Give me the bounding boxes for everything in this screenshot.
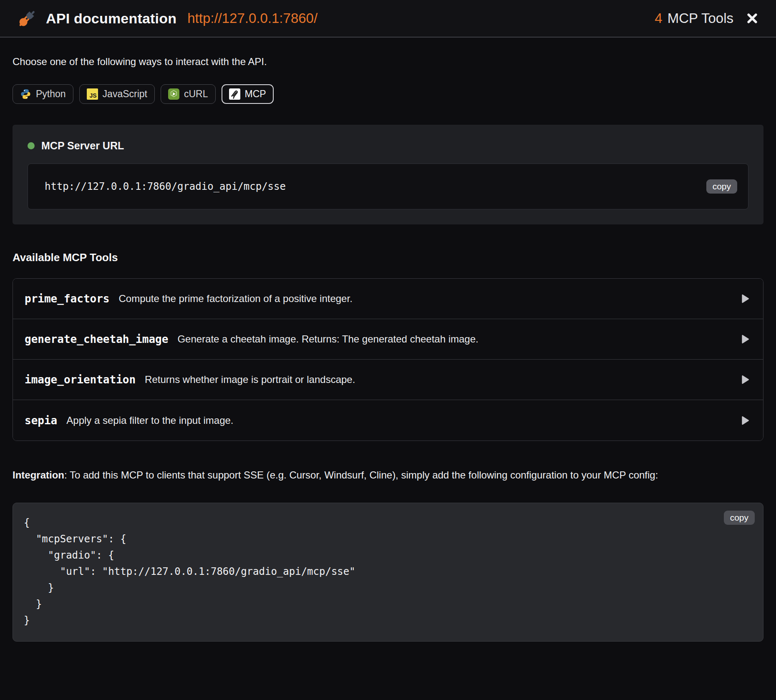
tools-table: prime_factors Compute the prime factoriz…: [13, 278, 763, 441]
server-url-value: http://127.0.0.1:7860/gradio_api/mcp/sse: [45, 181, 706, 192]
status-dot-icon: [28, 142, 35, 149]
copy-url-button[interactable]: copy: [706, 179, 737, 194]
copy-config-button[interactable]: copy: [724, 511, 755, 525]
server-url-label: MCP Server URL: [41, 140, 124, 152]
tools-count-label: MCP Tools: [668, 10, 733, 26]
header-left: API documentation http://127.0.0.1:7860/: [17, 8, 655, 29]
integration-note-text: : To add this MCP to clients that suppor…: [64, 469, 658, 481]
server-label-row: MCP Server URL: [28, 140, 748, 152]
server-url-box: http://127.0.0.1:7860/gradio_api/mcp/sse…: [28, 164, 748, 209]
tab-python-label: Python: [36, 88, 66, 100]
tool-description: Returns whether image is portrait or lan…: [145, 374, 738, 385]
run-tool-icon[interactable]: [738, 414, 751, 427]
tool-description: Compute the prime factorization of a pos…: [119, 293, 738, 305]
plug-icon: [17, 8, 38, 29]
language-tabs: Python JS JavaScript cURL: [13, 84, 763, 104]
header-bar: API documentation http://127.0.0.1:7860/…: [0, 0, 776, 38]
page-title: API documentation: [46, 10, 176, 27]
integration-note: Integration: To add this MCP to clients …: [13, 467, 763, 483]
run-tool-icon[interactable]: [738, 292, 751, 305]
tab-javascript-label: JavaScript: [103, 88, 147, 100]
run-tool-icon[interactable]: [738, 373, 751, 386]
intro-text: Choose one of the following ways to inte…: [13, 56, 763, 68]
main-content: Choose one of the following ways to inte…: [0, 38, 776, 642]
tool-row-prime-factors[interactable]: prime_factors Compute the prime factoriz…: [13, 279, 763, 319]
close-icon[interactable]: [745, 11, 759, 25]
tab-curl[interactable]: cURL: [161, 84, 216, 104]
tools-count: 4: [655, 10, 662, 26]
mcp-tools-counter: 4 MCP Tools: [655, 10, 733, 26]
tool-name: prime_factors: [25, 292, 110, 305]
mcp-logo-icon: [229, 88, 240, 100]
tab-mcp-label: MCP: [245, 88, 266, 100]
tool-row-generate-cheetah-image[interactable]: generate_cheetah_image Generate a cheeta…: [13, 319, 763, 360]
tool-row-image-orientation[interactable]: image_orientation Returns whether image …: [13, 360, 763, 400]
mcp-config-json: { "mcpServers": { "gradio": { "url": "ht…: [24, 515, 748, 629]
integration-note-bold: Integration: [13, 469, 64, 481]
mcp-config-code-block: copy { "mcpServers": { "gradio": { "url"…: [13, 503, 763, 642]
tool-name: sepia: [25, 414, 57, 427]
tool-name: image_orientation: [25, 373, 136, 386]
mcp-server-panel: MCP Server URL http://127.0.0.1:7860/gra…: [13, 125, 763, 224]
run-tool-icon[interactable]: [738, 333, 751, 345]
tab-javascript[interactable]: JS JavaScript: [79, 84, 155, 104]
tool-description: Generate a cheetah image. Returns: The g…: [177, 333, 738, 345]
tab-curl-label: cURL: [184, 88, 208, 100]
python-logo-icon: [20, 88, 31, 100]
javascript-logo-icon: JS: [87, 88, 98, 100]
tool-name: generate_cheetah_image: [25, 333, 168, 345]
tab-python[interactable]: Python: [13, 84, 73, 104]
tools-section-heading: Available MCP Tools: [13, 251, 763, 264]
curl-logo-icon: [168, 88, 179, 100]
header-right: 4 MCP Tools: [655, 10, 759, 26]
tool-row-sepia[interactable]: sepia Apply a sepia filter to the input …: [13, 400, 763, 441]
app-url-link[interactable]: http://127.0.0.1:7860/: [187, 10, 317, 26]
tool-description: Apply a sepia filter to the input image.: [66, 415, 738, 426]
tab-mcp[interactable]: MCP: [222, 84, 274, 104]
